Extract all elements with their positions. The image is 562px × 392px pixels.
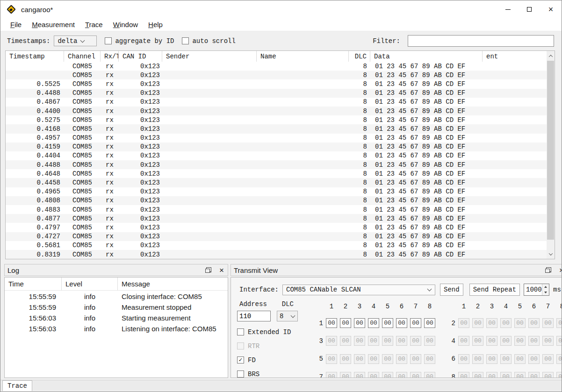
checkbox-box[interactable] (105, 37, 112, 44)
trace-row[interactable]: 0.4648COM85rx0x123801 23 45 67 89 AB CD … (6, 169, 547, 178)
trace-row[interactable]: 0.5681COM85rx0x123801 23 45 67 89 AB CD … (6, 241, 547, 250)
scroll-down-button[interactable] (547, 250, 555, 258)
vertical-scrollbar[interactable] (547, 51, 555, 259)
send-repeat-button[interactable]: Send Repeat (469, 284, 520, 296)
column-header-name[interactable]: Name (257, 51, 349, 62)
scrollbar-thumb[interactable] (547, 61, 554, 240)
trace-row[interactable]: 0.4883COM85rx0x123801 23 45 67 89 AB CD … (6, 205, 547, 214)
checkbox-unchecked[interactable] (237, 328, 244, 335)
byte-input[interactable]: 00 (354, 318, 365, 328)
trace-row[interactable]: 0.4727COM85rx0x123801 23 45 67 89 AB CD … (6, 232, 547, 241)
byte-input[interactable]: 00 (410, 318, 421, 328)
spin-down-button[interactable] (542, 290, 549, 295)
transmit-panel-titlebar: Transmit View × (231, 264, 562, 276)
trace-row[interactable]: 0.4877COM85rx0x123801 23 45 67 89 AB CD … (6, 214, 547, 223)
log-row[interactable]: 15:55:59infoClosing interface: COM85 (5, 291, 228, 301)
byte-input: 00 (472, 354, 483, 364)
log-row[interactable]: 15:56:03infoListening on interface: COM8… (5, 323, 228, 334)
trace-row[interactable]: 0.5525COM85rx0x123801 23 45 67 89 AB CD … (6, 79, 547, 88)
aggregate-by-id-checkbox[interactable]: aggregate by ID (105, 37, 174, 45)
dlc-combobox[interactable]: 8 (277, 311, 298, 321)
close-panel-icon[interactable]: × (217, 266, 226, 274)
trace-row[interactable]: 0.4404COM85rx0x123801 23 45 67 89 AB CD … (6, 151, 547, 160)
interface-combobox[interactable]: COM85 CANable SLCAN (282, 285, 435, 295)
column-header-rxtx[interactable]: Rx/Tx (101, 51, 119, 62)
byte-input: 00 (410, 372, 421, 378)
trace-row[interactable]: 0.4458COM85rx0x123801 23 45 67 89 AB CD … (6, 178, 547, 187)
filter-input[interactable] (408, 35, 554, 47)
byte-column-header: 8 (428, 303, 432, 310)
menu-help[interactable]: Help (143, 19, 168, 30)
log-column-time[interactable]: Time (5, 278, 62, 290)
checkbox-box[interactable] (182, 37, 189, 44)
address-input[interactable] (237, 311, 271, 321)
trace-row[interactable]: 0.4488COM85rx0x123801 23 45 67 89 AB CD … (6, 160, 547, 169)
minimize-button[interactable] (497, 0, 519, 18)
column-header-data[interactable]: Data (370, 51, 483, 62)
log-column-message[interactable]: Message (118, 278, 228, 290)
column-header-sender[interactable]: Sender (162, 51, 257, 62)
checkbox-checked[interactable]: ✓ (237, 356, 244, 363)
auto-scroll-checkbox[interactable]: auto scroll (182, 37, 235, 45)
menu-trace[interactable]: Trace (80, 19, 108, 30)
repeat-interval-value[interactable]: 1000 (524, 284, 542, 295)
close-button[interactable]: × (540, 0, 562, 18)
trace-row[interactable]: 0.4400COM85rx0x123801 23 45 67 89 AB CD … (6, 107, 547, 115)
byte-input[interactable]: 00 (382, 318, 393, 328)
checkbox-extended-id[interactable]: Extended ID (237, 328, 312, 336)
trace-row[interactable]: COM85rx0x123801 23 45 67 89 AB CD EF (6, 62, 547, 71)
byte-input: 00 (458, 318, 469, 328)
byte-input: 00 (472, 336, 483, 346)
column-header-dlc[interactable]: DLC (349, 51, 370, 62)
column-header-channel[interactable]: Channel (64, 51, 101, 62)
menu-measurement[interactable]: Measurement (27, 19, 80, 30)
timestamps-combobox[interactable]: delta (54, 36, 97, 46)
trace-row[interactable]: 0.5275COM85rx0x123801 23 45 67 89 AB CD … (6, 115, 547, 124)
trace-row[interactable]: 0.8319COM85rx0x123801 23 45 67 89 AB CD … (6, 250, 547, 259)
column-header-canid[interactable]: CAN ID (119, 51, 162, 62)
checkbox-unchecked[interactable] (237, 371, 244, 378)
byte-column-header: 3 (358, 303, 361, 310)
aggregate-by-id-label: aggregate by ID (115, 37, 174, 45)
trace-row[interactable]: 0.4488COM85rx0x123801 23 45 67 89 AB CD … (6, 89, 547, 98)
timestamps-label: Timestamps: (7, 37, 50, 45)
byte-input: 00 (458, 354, 469, 364)
float-panel-icon[interactable] (205, 267, 211, 273)
trace-row[interactable]: 0.4159COM85rx0x123801 23 45 67 89 AB CD … (6, 143, 547, 151)
float-panel-icon[interactable] (545, 267, 551, 273)
send-button[interactable]: Send (440, 284, 463, 296)
log-row[interactable]: 15:55:59infoMeasurement stopped (5, 302, 228, 312)
close-panel-icon[interactable]: × (557, 266, 562, 274)
byte-input[interactable]: 00 (424, 318, 435, 328)
checkbox-fd[interactable]: ✓FD (237, 356, 312, 364)
maximize-button[interactable] (519, 0, 540, 18)
app-icon (5, 3, 17, 15)
trace-row[interactable]: 0.4867COM85rx0x123801 23 45 67 89 AB CD … (6, 98, 547, 107)
byte-input: 00 (326, 354, 337, 364)
byte-input: 00 (472, 318, 483, 328)
trace-row[interactable]: 0.4808COM85rx0x123801 23 45 67 89 AB CD … (6, 196, 547, 205)
spin-up-button[interactable] (542, 284, 549, 290)
trace-row[interactable]: 0.4957COM85rx0x123801 23 45 67 89 AB CD … (6, 134, 547, 143)
trace-row[interactable]: 0.4168COM85rx0x123801 23 45 67 89 AB CD … (6, 124, 547, 133)
log-column-level[interactable]: Level (62, 278, 118, 290)
menu-window[interactable]: Window (108, 19, 143, 30)
byte-input[interactable]: 00 (368, 318, 379, 328)
byte-input[interactable]: 00 (326, 318, 337, 328)
menu-file[interactable]: File (5, 19, 27, 30)
tab-trace[interactable]: Trace (2, 380, 32, 391)
repeat-interval-spinbox[interactable]: 1000 (524, 284, 549, 296)
column-header-comment[interactable]: ent (483, 51, 555, 62)
checkbox-brs[interactable]: BRS (237, 370, 312, 378)
trace-row[interactable]: 0.4797COM85rx0x123801 23 45 67 89 AB CD … (6, 223, 547, 232)
log-header: Time Level Message (5, 278, 228, 291)
byte-input[interactable]: 00 (396, 318, 407, 328)
tx-checkbox-list: Extended IDRTR✓FDBRS (237, 328, 312, 378)
byte-input: 00 (368, 372, 379, 378)
byte-input[interactable]: 00 (340, 318, 351, 328)
scroll-up-button[interactable] (547, 52, 555, 60)
trace-row[interactable]: COM85rx0x123801 23 45 67 89 AB CD EF (6, 71, 547, 79)
column-header-timestamp[interactable]: Timestamp (6, 51, 64, 62)
trace-row[interactable]: 0.4965COM85rx0x123801 23 45 67 89 AB CD … (6, 187, 547, 196)
log-row[interactable]: 15:56:03infoStarting measurement (5, 313, 228, 323)
